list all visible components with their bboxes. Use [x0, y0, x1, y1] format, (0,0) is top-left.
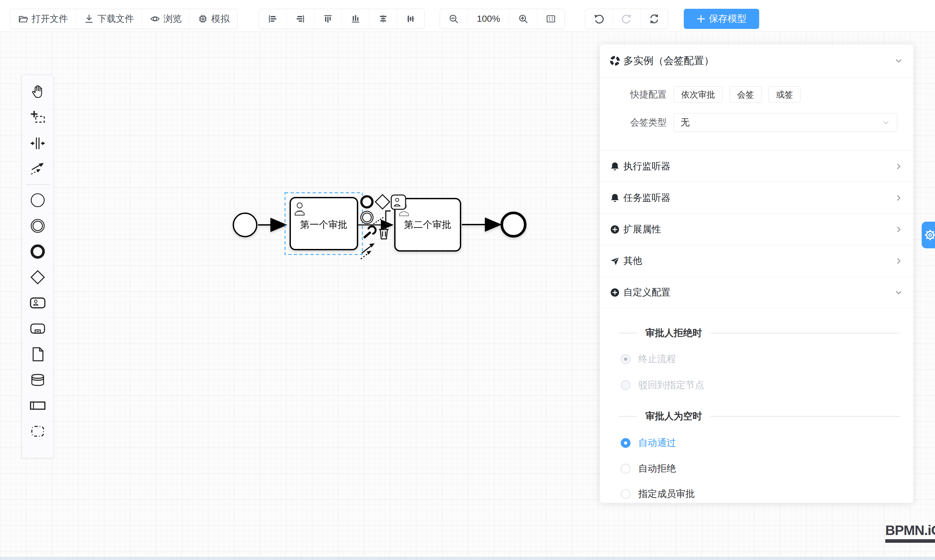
- simulate-button[interactable]: 模拟: [190, 9, 237, 29]
- append-end-event-icon[interactable]: [361, 196, 372, 208]
- accordion-label: 扩展属性: [623, 223, 894, 236]
- toolbar-file-group: 打开文件 下载文件 浏览 模拟: [10, 9, 238, 29]
- append-user-task-icon[interactable]: [391, 195, 406, 209]
- palette-user-task[interactable]: [22, 290, 54, 315]
- radio-assign-member[interactable]: 指定成员审批: [621, 487, 695, 501]
- radio-dot: [621, 380, 631, 390]
- data-object-icon: [29, 346, 46, 363]
- intermediate-event-icon: [29, 217, 46, 234]
- radio-dot: [621, 354, 631, 364]
- chevron-down-icon[interactable]: [894, 56, 903, 66]
- toolbar-align-group: [259, 9, 425, 29]
- download-file-label: 下载文件: [97, 13, 134, 25]
- open-file-button[interactable]: 打开文件: [10, 9, 76, 29]
- radio-auto-reject[interactable]: 自动拒绝: [621, 462, 676, 476]
- palette-subprocess[interactable]: [22, 315, 54, 341]
- download-file-button[interactable]: 下载文件: [76, 9, 142, 29]
- space-tool[interactable]: [22, 130, 54, 156]
- save-model-label: 保存模型: [709, 12, 746, 25]
- quick-option-orsign[interactable]: 或签: [769, 86, 800, 103]
- radio-dot: [621, 438, 631, 448]
- sign-type-label: 会签类型: [600, 116, 667, 129]
- sign-type-select[interactable]: 无: [674, 113, 897, 132]
- radio-return-to-node[interactable]: 驳回到指定节点: [621, 378, 704, 392]
- undo-button[interactable]: [585, 9, 613, 29]
- align-center-horizontal-button[interactable]: [369, 9, 397, 29]
- accordion-other[interactable]: 其他: [600, 245, 913, 277]
- lasso-tool-icon: [29, 109, 46, 126]
- align-top-button[interactable]: [314, 9, 342, 29]
- lasso-tool[interactable]: [22, 105, 54, 130]
- end-event-shape[interactable]: [502, 213, 525, 236]
- zoom-in-button[interactable]: [510, 9, 537, 29]
- chevron-right-icon: [894, 256, 903, 266]
- palette-end-event[interactable]: [22, 238, 54, 264]
- palette-gateway[interactable]: [22, 264, 54, 290]
- quick-option-sequential[interactable]: 依次审批: [674, 86, 723, 103]
- radio-terminate-process[interactable]: 终止流程: [621, 352, 676, 366]
- chevron-right-icon: [894, 225, 903, 234]
- quick-config-label: 快捷配置: [600, 88, 667, 101]
- fit-viewport-icon: [546, 14, 556, 24]
- connection-tool[interactable]: [22, 156, 54, 182]
- accordion-custom-config[interactable]: 自定义配置: [600, 277, 913, 308]
- section-title-approver-reject: 审批人拒绝时: [600, 327, 913, 340]
- fit-viewport-button[interactable]: [537, 9, 564, 29]
- zoom-level[interactable]: 100%: [468, 9, 510, 29]
- append-intermediate-event-icon[interactable]: [361, 211, 373, 224]
- palette-group[interactable]: [22, 418, 54, 444]
- preview-button[interactable]: 浏览: [142, 9, 190, 29]
- chip-icon: [198, 14, 208, 24]
- simulate-label: 模拟: [211, 13, 229, 25]
- align-right-button[interactable]: [287, 9, 314, 29]
- user-task-icon: [29, 294, 46, 311]
- plus-circle-icon: [610, 287, 620, 298]
- folder-open-icon: [18, 14, 28, 24]
- save-model-button[interactable]: 保存模型: [684, 9, 759, 29]
- start-event-shape[interactable]: [233, 213, 257, 237]
- align-left-button[interactable]: [259, 9, 287, 29]
- accordion-extended-properties[interactable]: 扩展属性: [600, 214, 913, 245]
- palette-data-store[interactable]: [22, 367, 54, 392]
- sign-type-row: 会签类型 无: [600, 111, 913, 134]
- reset-button[interactable]: [641, 9, 668, 29]
- hand-tool[interactable]: [22, 79, 54, 105]
- element-palette: [22, 75, 54, 458]
- redo-button[interactable]: [613, 9, 641, 29]
- palette-data-object[interactable]: [22, 341, 54, 367]
- bpmn-io-logo[interactable]: BPMN.iO: [885, 523, 935, 543]
- align-middle-vertical-button[interactable]: [397, 9, 424, 29]
- accordion-task-listener[interactable]: 任务监听器: [600, 182, 913, 214]
- radio-dot: [621, 489, 631, 499]
- redo-icon: [621, 13, 632, 25]
- accordion-execution-listener[interactable]: 执行监听器: [600, 151, 913, 182]
- panel-divider: [600, 78, 913, 78]
- zoom-out-button[interactable]: [440, 9, 468, 29]
- align-middle-vertical-icon: [406, 14, 416, 24]
- task-first-approval[interactable]: [290, 198, 357, 249]
- settings-side-tab[interactable]: [922, 222, 935, 248]
- bell-icon: [610, 161, 620, 172]
- align-top-icon: [323, 14, 333, 24]
- subprocess-icon: [29, 320, 46, 337]
- data-store-icon: [29, 371, 46, 388]
- end-event-icon: [29, 243, 46, 260]
- align-bottom-button[interactable]: [342, 9, 369, 29]
- accordion-label: 自定义配置: [623, 286, 894, 299]
- panel-header[interactable]: 多实例（会签配置）: [600, 51, 913, 71]
- panel-title: 多实例（会签配置）: [623, 54, 894, 68]
- radio-auto-pass[interactable]: 自动通过: [621, 436, 676, 450]
- palette-participant[interactable]: [22, 392, 54, 418]
- align-center-horizontal-icon: [378, 14, 388, 24]
- palette-start-event[interactable]: [22, 187, 54, 213]
- section-title-approver-empty: 审批人为空时: [600, 410, 913, 423]
- quick-config-row: 快捷配置 依次审批 会签 或签: [600, 84, 913, 105]
- toolbar-zoom-group: 100%: [440, 9, 565, 29]
- hand-tool-icon: [29, 83, 46, 100]
- gateway-icon: [29, 269, 46, 286]
- quick-option-countersign[interactable]: 会签: [730, 86, 761, 103]
- gear-icon: [922, 226, 935, 243]
- palette-intermediate-event[interactable]: [22, 213, 54, 238]
- radio-dot: [621, 464, 631, 474]
- bpmn-designer-app: 打开文件 下载文件 浏览 模拟: [0, 0, 935, 560]
